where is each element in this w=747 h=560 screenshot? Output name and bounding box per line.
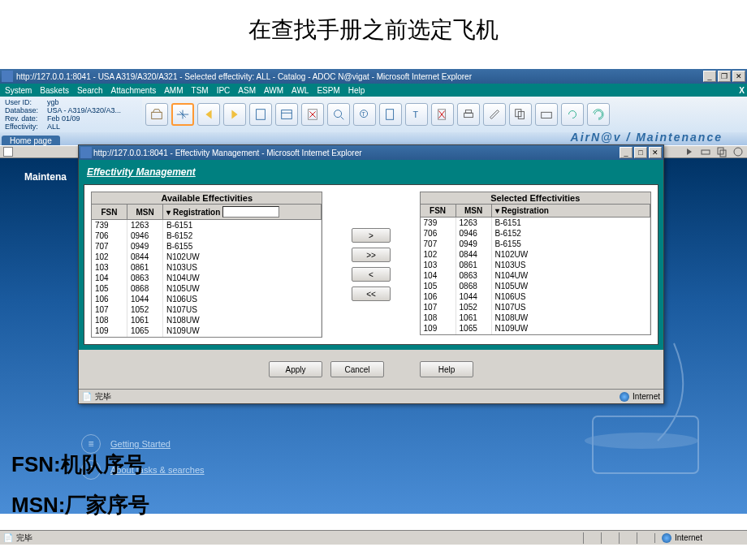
move-left-button[interactable]: <: [352, 267, 391, 282]
tb-refresh-all-icon[interactable]: [587, 103, 610, 126]
table-row[interactable]: 7391263B-6151: [92, 220, 322, 230]
tb-print-icon[interactable]: [457, 103, 480, 126]
tb-printer-icon[interactable]: [535, 103, 558, 126]
table-row[interactable]: 1081061N108UW: [421, 312, 650, 323]
transfer-buttons: > >> < <<: [347, 192, 395, 338]
table-row[interactable]: 1050868N105UW: [92, 283, 322, 294]
apply-button[interactable]: Apply: [269, 361, 322, 377]
selected-col-fsn[interactable]: FSN: [421, 205, 456, 217]
home-page-tab[interactable]: Home page: [2, 136, 60, 145]
table-row[interactable]: 1081061N108UW: [92, 315, 322, 325]
link-small-icon[interactable]: [732, 146, 744, 157]
svg-rect-0: [152, 112, 162, 118]
menu-tsm[interactable]: TSM: [192, 86, 209, 95]
table-row[interactable]: 1091065N109UW: [421, 323, 650, 334]
slide-annotations: FSN:机队序号 MSN:厂家序号: [11, 450, 149, 532]
table-row[interactable]: 1071052N107US: [421, 302, 650, 312]
menu-baskets[interactable]: Baskets: [40, 86, 69, 95]
tb-calendar-icon[interactable]: [275, 103, 298, 126]
table-row[interactable]: 7070949B-6155: [92, 241, 322, 252]
available-col-reg[interactable]: ▾ Registration: [163, 205, 322, 219]
tb-forms-icon[interactable]: [509, 103, 532, 126]
dialog-minimize-button[interactable]: _: [620, 147, 633, 158]
table-row[interactable]: 1020844N102UW: [92, 252, 322, 262]
menu-system[interactable]: System: [5, 86, 32, 95]
move-all-left-button[interactable]: <<: [352, 286, 391, 301]
tb-doc-cancel-icon[interactable]: [431, 103, 454, 126]
available-panel: Available Effectivities FSN MSN ▾ Regist…: [91, 192, 322, 338]
tb-book-icon[interactable]: [249, 103, 272, 126]
tab-row: Home page AirN@v / Maintenance: [0, 132, 747, 145]
page-icon: 📄: [82, 392, 92, 401]
menu-ipc[interactable]: IPC: [217, 86, 231, 95]
menu-attachments[interactable]: Attachments: [111, 86, 157, 95]
table-row[interactable]: 1061044N106US: [421, 291, 650, 302]
svg-text:T: T: [361, 110, 365, 118]
dialog-maximize-button[interactable]: □: [634, 147, 647, 158]
tb-forward-icon[interactable]: [223, 103, 246, 126]
table-row[interactable]: 7060946B-6152: [421, 228, 650, 239]
table-row[interactable]: 7060946B-6152: [92, 230, 322, 241]
table-row[interactable]: 1091065N109UW: [92, 325, 322, 336]
table-row[interactable]: 1061044N106US: [92, 294, 322, 304]
tb-text-select-icon[interactable]: T: [405, 103, 428, 126]
tb-doc-select-icon[interactable]: [379, 103, 402, 126]
tb-edit-icon[interactable]: [483, 103, 506, 126]
ie-icon: [2, 71, 13, 82]
selected-col-msn[interactable]: MSN: [456, 205, 492, 217]
outer-title-text: http://127.0.0.1:8041 - USA A319/A320/A3…: [2, 72, 702, 81]
table-row[interactable]: 1030861N103US: [92, 262, 322, 273]
user-id-label: User ID:: [5, 98, 47, 106]
table-row[interactable]: 1040863N104UW: [421, 270, 650, 281]
table-row[interactable]: 1101112N110UW: [421, 334, 650, 335]
available-col-fsn[interactable]: FSN: [92, 205, 127, 219]
nav-next-icon[interactable]: [684, 146, 695, 157]
tb-aircraft-icon[interactable]: [171, 103, 194, 126]
close-button[interactable]: ✕: [732, 71, 745, 82]
minimize-button[interactable]: _: [703, 71, 716, 82]
selected-title: Selected Effectivities: [420, 192, 651, 205]
dialog-title-text: http://127.0.0.1:8041 - Effectivity Mana…: [93, 149, 362, 157]
copy-small-icon[interactable]: [716, 146, 728, 157]
menu-search[interactable]: Search: [77, 86, 103, 95]
selected-col-reg[interactable]: ▾ Registration: [492, 205, 650, 217]
tb-back-icon[interactable]: [197, 103, 220, 126]
help-button[interactable]: Help: [420, 361, 473, 377]
menubar-close-icon[interactable]: X: [739, 86, 745, 95]
table-row[interactable]: 7391263B-6151: [421, 218, 650, 228]
table-row[interactable]: 1020844N102UW: [421, 249, 650, 260]
menu-awm[interactable]: AWM: [264, 86, 283, 95]
tb-search-text-icon[interactable]: T: [353, 103, 376, 126]
menu-help[interactable]: Help: [348, 86, 365, 95]
menu-espm[interactable]: ESPM: [317, 86, 339, 95]
app-menubar: System Baskets Search Attachments AMM TS…: [0, 84, 747, 97]
tb-cancel-doc-icon[interactable]: [301, 103, 324, 126]
table-row[interactable]: 1030861N103US: [421, 260, 650, 270]
dialog-close-button[interactable]: ✕: [649, 147, 662, 158]
svg-rect-17: [702, 150, 710, 154]
menu-amm[interactable]: AMM: [164, 86, 183, 95]
print-small-icon[interactable]: [700, 146, 711, 157]
table-row[interactable]: 1101112N110UW: [92, 336, 322, 338]
table-row[interactable]: 1040863N104UW: [92, 273, 322, 283]
tb-refresh-icon[interactable]: [561, 103, 584, 126]
registration-filter-input[interactable]: [222, 206, 279, 218]
cancel-button[interactable]: Cancel: [330, 361, 384, 377]
table-row[interactable]: 7070949B-6155: [421, 239, 650, 249]
menu-awl[interactable]: AWL: [291, 86, 309, 95]
selected-list[interactable]: 7391263B-61517060946B-61527070949B-61551…: [420, 217, 651, 335]
table-row[interactable]: 1050868N105UW: [421, 281, 650, 291]
getting-started-link[interactable]: Getting Started: [110, 439, 171, 449]
tb-search-page-icon[interactable]: [327, 103, 350, 126]
move-right-button[interactable]: >: [352, 228, 391, 243]
menu-asm[interactable]: ASM: [238, 86, 256, 95]
restore-button[interactable]: ❐: [718, 71, 731, 82]
toggle-icon[interactable]: [3, 147, 13, 157]
move-all-right-button[interactable]: >>: [352, 248, 391, 262]
globe-icon: [662, 533, 671, 543]
table-row[interactable]: 1071052N107US: [92, 304, 322, 315]
available-list[interactable]: 7391263B-61517060946B-61527070949B-61551…: [91, 219, 322, 338]
dialog-statusbar: 📄完毕 Internet: [79, 389, 663, 403]
available-col-msn[interactable]: MSN: [127, 205, 163, 219]
tb-basket-icon[interactable]: [145, 103, 168, 126]
